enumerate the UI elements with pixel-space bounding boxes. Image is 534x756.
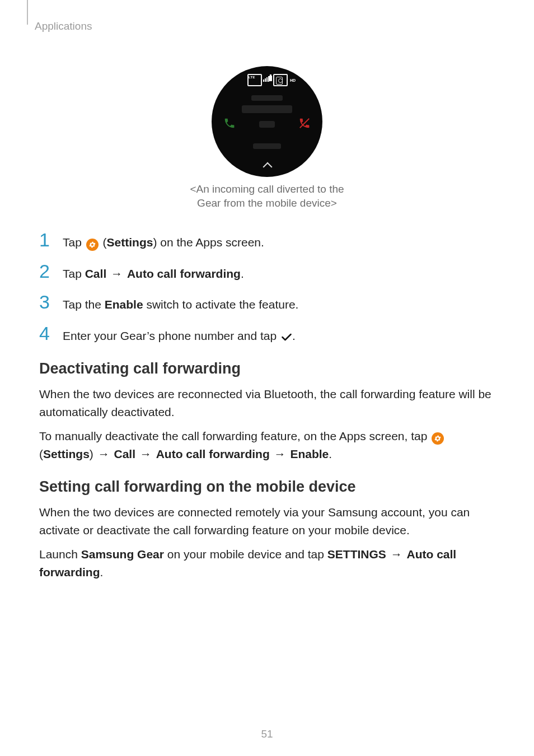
step-number: 4 <box>39 324 53 343</box>
step-bold: Enable <box>105 298 143 311</box>
device-forward-icon <box>276 77 283 85</box>
step-number: 1 <box>39 230 53 249</box>
step-text: . <box>292 329 296 342</box>
step-text: Tap the <box>63 298 105 311</box>
chevron-up-icon <box>262 162 272 168</box>
arrow-icon: → <box>137 447 155 460</box>
step-text: Tap <box>63 267 85 280</box>
heading-mobile: Setting call forwarding on the mobile de… <box>39 478 495 496</box>
battery-icon <box>269 76 272 81</box>
caller-line-4 <box>253 143 281 149</box>
paragraph: When the two devices are connected remot… <box>39 503 495 539</box>
caption-line-2: Gear from the mobile device> <box>197 197 337 209</box>
step-number: 3 <box>39 292 53 311</box>
arrow-icon: → <box>95 447 113 460</box>
text: To manually deactivate the call forwardi… <box>39 430 430 442</box>
step-3: 3 Tap the Enable switch to activate the … <box>39 292 495 314</box>
step-text: on the Apps screen. <box>160 236 264 249</box>
heading-deactivating: Deactivating call forwarding <box>39 360 495 377</box>
figure-incoming-call: LTE HD <An incoming call diverted t <box>39 66 495 210</box>
arrow-icon: → <box>107 267 126 280</box>
step-body: Tap the Enable switch to activate the fe… <box>63 292 298 314</box>
step-body: Tap Call → Auto call forwarding. <box>63 262 244 283</box>
caller-line-2 <box>242 105 292 113</box>
figure-caption: <An incoming call diverted to the Gear f… <box>39 183 495 210</box>
header-divider <box>27 0 28 25</box>
section-header: Applications <box>35 20 495 32</box>
text: . <box>100 566 104 578</box>
caller-line-3 <box>259 121 275 128</box>
text: Launch <box>39 548 81 561</box>
lte-label: LTE <box>249 76 255 79</box>
step-text: Tap <box>63 236 85 249</box>
step-bold: Auto call forwarding <box>127 267 241 280</box>
text: (Settings) <box>39 447 93 460</box>
bold: Enable <box>290 447 329 460</box>
caption-line-1: <An incoming call diverted to the <box>190 183 344 195</box>
bold: Auto call forwarding <box>156 447 270 460</box>
step-2: 2 Tap Call → Auto call forwarding. <box>39 262 495 283</box>
decline-call-button[interactable] <box>292 111 317 136</box>
step-4: 4 Enter your Gear’s phone number and tap… <box>39 324 495 345</box>
phone-decline-icon <box>298 117 311 129</box>
paragraph: When the two devices are reconnected via… <box>39 385 495 421</box>
hd-label: HD <box>290 78 296 82</box>
settings-icon <box>432 432 444 445</box>
step-text: . <box>241 267 244 280</box>
step-text: Enter your Gear’s phone number and tap <box>63 329 280 342</box>
step-bold: Call <box>85 267 107 280</box>
phone-accept-icon <box>223 117 236 129</box>
bold: Call <box>114 447 136 460</box>
bold: SETTINGS <box>327 548 386 561</box>
steps-list: 1 Tap (Settings) on the Apps screen. 2 T… <box>39 230 495 344</box>
arrow-icon: → <box>271 447 289 460</box>
step-text: (Settings) <box>103 236 157 249</box>
text: . <box>329 447 332 460</box>
step-number: 2 <box>39 262 53 281</box>
signal-icon <box>263 76 269 82</box>
step-body: Enter your Gear’s phone number and tap . <box>63 324 296 345</box>
paragraph: Launch Samsung Gear on your mobile devic… <box>39 545 495 581</box>
checkmark-icon <box>281 328 292 336</box>
paragraph: To manually deactivate the call forwardi… <box>39 427 495 463</box>
caller-line-1 <box>251 95 283 101</box>
step-text: switch to activate the feature. <box>143 298 299 311</box>
settings-icon <box>86 239 99 251</box>
watch-face: LTE HD <box>212 66 322 177</box>
accept-call-button[interactable] <box>217 111 242 136</box>
step-body: Tap (Settings) on the Apps screen. <box>63 230 264 251</box>
page-number: 51 <box>0 728 534 740</box>
arrow-icon: → <box>387 548 406 561</box>
bold: Samsung Gear <box>81 548 164 561</box>
step-1: 1 Tap (Settings) on the Apps screen. <box>39 230 495 251</box>
text: on your mobile device and tap <box>164 548 327 561</box>
